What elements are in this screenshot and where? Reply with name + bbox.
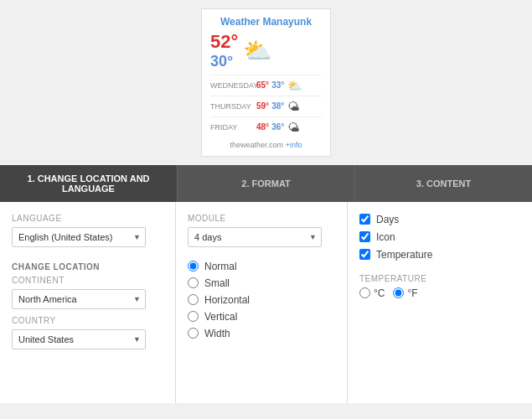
radio-fahrenheit[interactable]	[393, 287, 404, 298]
weather-widget: Weather Manayunk 52° 30° ⛅ WEDNESDAY 65°…	[201, 8, 331, 157]
temp-radio-fahrenheit-item: °F	[393, 287, 417, 299]
weather-today-temps: 52° 30°	[210, 31, 238, 71]
day-high-1: 59°	[256, 101, 269, 111]
country-select-wrapper: United States Canada Mexico United Kingd…	[12, 329, 146, 349]
checkbox-days-label: Days	[376, 214, 399, 225]
checkbox-icon[interactable]	[359, 231, 370, 242]
content-area: LANGUAGE English (United States) Spanish…	[0, 202, 532, 403]
day-low-0: 33°	[271, 80, 284, 90]
tabs-container: 1. CHANGE LOCATION AND LANGUAGE 2. FORMA…	[0, 165, 532, 202]
continent-label: CONTINENT	[12, 276, 163, 285]
continent-select-wrapper: North America Europe Asia South America …	[12, 289, 146, 309]
forecast-row-2: FRIDAY 48° 36° 🌤	[210, 116, 322, 137]
day-icon-2: 🌤	[287, 121, 299, 134]
checkbox-item-days: Days	[359, 214, 520, 225]
radio-width-label: Width	[204, 328, 230, 339]
today-high: 52°	[210, 31, 238, 53]
checkbox-item-icon: Icon	[359, 231, 520, 243]
tab-content[interactable]: 3. CONTENT	[355, 165, 532, 202]
continent-select[interactable]: North America Europe Asia South America …	[12, 289, 146, 309]
country-label: COUNTRY	[12, 316, 163, 325]
radio-normal-label: Normal	[204, 261, 237, 272]
layout-radio-group: Normal Small Horizontal Vertical Width	[188, 261, 335, 339]
radio-celsius[interactable]	[359, 287, 370, 298]
day-label-2: FRIDAY	[210, 123, 256, 132]
section-format: MODULE 4 days 3 days 5 days 7 days Norma…	[176, 202, 348, 403]
checkbox-icon-label: Icon	[376, 231, 395, 243]
forecast-row-0: WEDNESDAY 65° 33° ⛅	[210, 75, 322, 96]
radio-item-horizontal: Horizontal	[188, 294, 335, 306]
checkbox-days[interactable]	[359, 214, 370, 225]
radio-vertical-label: Vertical	[204, 311, 237, 323]
radio-width[interactable]	[188, 328, 199, 339]
weather-area: Weather Manayunk 52° 30° ⛅ WEDNESDAY 65°…	[0, 0, 532, 165]
radio-vertical[interactable]	[188, 311, 199, 322]
checkbox-item-temperature: Temperature	[359, 249, 520, 261]
language-label: LANGUAGE	[12, 214, 163, 223]
day-high-2: 48°	[256, 122, 269, 132]
checkbox-temperature[interactable]	[359, 249, 370, 260]
radio-horizontal-label: Horizontal	[204, 294, 250, 306]
day-low-1: 38°	[271, 101, 284, 111]
change-location-label: CHANGE LOCATION	[12, 262, 163, 272]
language-select[interactable]: English (United States) Spanish French G…	[12, 227, 146, 247]
weather-footer: theweather.com +info	[210, 141, 322, 149]
today-low: 30°	[210, 53, 238, 71]
radio-item-small: Small	[188, 277, 335, 289]
day-high-0: 65°	[256, 80, 269, 90]
radio-normal[interactable]	[188, 261, 199, 272]
today-icon: ⛅	[243, 37, 272, 65]
day-label-0: WEDNESDAY	[210, 81, 256, 90]
temp-radio-group: °C °F	[359, 287, 520, 299]
tab-format[interactable]: 2. FORMAT	[178, 165, 355, 202]
temp-radio-celsius-item: °C	[359, 287, 385, 299]
weather-footer-link[interactable]: +info	[286, 141, 302, 149]
radio-celsius-label: °C	[374, 287, 385, 299]
radio-item-vertical: Vertical	[188, 311, 335, 323]
temperature-section: TEMPERATURE °C °F	[359, 274, 520, 299]
checkbox-temperature-label: Temperature	[376, 249, 432, 261]
weather-title: Weather Manayunk	[210, 16, 322, 28]
radio-item-normal: Normal	[188, 261, 335, 272]
radio-small[interactable]	[188, 277, 199, 288]
radio-small-label: Small	[204, 277, 230, 289]
section-content: Days Icon Temperature TEMPERATURE °C °F	[348, 202, 532, 403]
radio-item-width: Width	[188, 328, 335, 339]
module-select[interactable]: 4 days 3 days 5 days 7 days	[188, 227, 322, 247]
temperature-unit-label: TEMPERATURE	[359, 274, 520, 283]
forecast-row-1: THURSDAY 59° 38° 🌤	[210, 96, 322, 116]
weather-today: 52° 30° ⛅	[210, 31, 322, 71]
day-low-2: 36°	[271, 122, 284, 132]
country-select[interactable]: United States Canada Mexico United Kingd…	[12, 329, 146, 349]
tab-change-location[interactable]: 1. CHANGE LOCATION AND LANGUAGE	[0, 165, 178, 202]
day-icon-0: ⛅	[287, 79, 302, 92]
language-select-wrapper: English (United States) Spanish French G…	[12, 227, 146, 247]
day-icon-1: 🌤	[287, 100, 299, 113]
module-select-wrapper: 4 days 3 days 5 days 7 days	[188, 227, 322, 247]
day-label-1: THURSDAY	[210, 102, 256, 111]
radio-fahrenheit-label: °F	[407, 287, 417, 299]
module-label: MODULE	[188, 214, 335, 223]
section-change-location: LANGUAGE English (United States) Spanish…	[0, 202, 176, 403]
radio-horizontal[interactable]	[188, 294, 199, 305]
